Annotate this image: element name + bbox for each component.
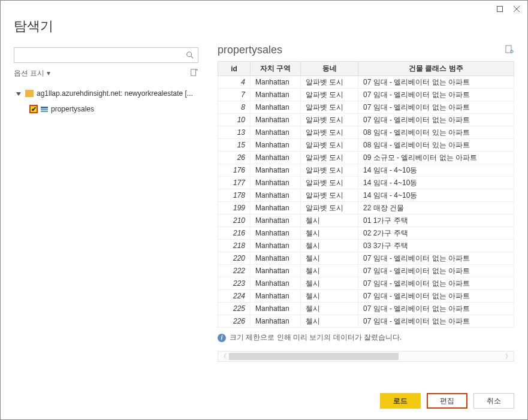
cell-id: 222 <box>218 265 251 277</box>
cell-id: 225 <box>218 303 251 315</box>
cell-bor: Manhattan <box>251 265 301 277</box>
navigator-panel: 옵션 표시 ▾ ag1llap.azurehdinsight.net: newy… <box>14 43 198 379</box>
horizontal-scrollbar[interactable]: 〈 〉 <box>218 351 514 362</box>
cell-cls: 03 3가구 주택 <box>358 240 514 252</box>
tree-table-node[interactable]: ✔ propertysales <box>14 101 198 117</box>
table-row[interactable]: 15Manhattan알파벳 도시08 임대 - 엘리베이터 있는 아파트 <box>218 139 514 152</box>
cell-bor: Manhattan <box>251 252 301 265</box>
table-row[interactable]: 13Manhattan알파벳 도시08 임대 - 엘리베이터 있는 아파트 <box>218 126 514 139</box>
table-row[interactable]: 177Manhattan알파벳 도시14 임대 - 4~10동 <box>218 177 514 189</box>
table-row[interactable]: 224Manhattan첼시07 임대 - 엘리베이터 없는 아파트 <box>218 290 514 303</box>
cell-id: 210 <box>218 214 251 227</box>
info-icon: i <box>218 334 226 342</box>
cell-hood: 알파벳 도시 <box>301 126 358 139</box>
cell-cls: 08 임대 - 엘리베이터 있는 아파트 <box>358 126 514 139</box>
cell-hood: 알파벳 도시 <box>301 139 358 152</box>
cell-cls: 07 임대 - 엘리베이터 없는 아파트 <box>358 265 514 277</box>
dialog-footer: 로드 편집 취소 <box>1 385 527 419</box>
cell-id: 4 <box>218 76 251 89</box>
cell-hood: 알파벳 도시 <box>301 76 358 89</box>
cell-cls: 07 임대 - 엘리베이터 없는 아파트 <box>358 101 514 114</box>
cell-id: 199 <box>218 202 251 214</box>
col-neighborhood[interactable]: 동네 <box>301 62 358 76</box>
cell-bor: Manhattan <box>251 227 301 240</box>
cell-bor: Manhattan <box>251 126 301 139</box>
cell-hood: 첼시 <box>301 265 358 277</box>
collapse-icon <box>16 90 22 96</box>
table-row[interactable]: 222Manhattan첼시07 임대 - 엘리베이터 없는 아파트 <box>218 265 514 277</box>
cell-bor: Manhattan <box>251 114 301 126</box>
cell-id: 7 <box>218 89 251 101</box>
dialog-header: 탐색기 <box>1 17 527 43</box>
tree-datasource-node[interactable]: ag1llap.azurehdinsight.net: newyorkreale… <box>14 86 198 101</box>
table-row[interactable]: 10Manhattan알파벳 도시07 임대 - 엘리베이터 없는 아파트 <box>218 114 514 126</box>
table-row[interactable]: 210Manhattan첼시01 1가구 주택 <box>218 214 514 227</box>
cell-id: 178 <box>218 189 251 202</box>
cell-bor: Manhattan <box>251 139 301 152</box>
search-input-wrap <box>14 47 198 63</box>
scroll-thumb[interactable] <box>229 353 399 360</box>
table-header-row: id 자치 구역 동네 건물 클래스 범주 <box>218 62 514 76</box>
cell-hood: 첼시 <box>301 227 358 240</box>
sheet-refresh-icon[interactable] <box>505 44 514 56</box>
cell-hood: 첼시 <box>301 240 358 252</box>
tree-table-label: propertysales <box>51 105 94 113</box>
cell-id: 13 <box>218 126 251 139</box>
table-row[interactable]: 178Manhattan알파벳 도시14 임대 - 4~10동 <box>218 189 514 202</box>
cell-bor: Manhattan <box>251 214 301 227</box>
table-icon <box>41 107 48 112</box>
table-row[interactable]: 26Manhattan알파벳 도시09 소규모 - 엘리베이터 없는 아파트 <box>218 152 514 164</box>
cell-cls: 14 임대 - 4~10동 <box>358 189 514 202</box>
search-input[interactable] <box>14 48 182 62</box>
table-row[interactable]: 225Manhattan첼시07 임대 - 엘리베이터 없는 아파트 <box>218 303 514 315</box>
cell-id: 226 <box>218 315 251 328</box>
display-options-toggle[interactable]: 옵션 표시 ▾ <box>14 68 50 78</box>
col-borough[interactable]: 자치 구역 <box>251 62 301 76</box>
cell-id: 15 <box>218 139 251 152</box>
refresh-icon[interactable] <box>190 68 198 78</box>
load-button[interactable]: 로드 <box>380 393 421 409</box>
scroll-right-icon[interactable]: 〉 <box>503 352 514 361</box>
cell-id: 223 <box>218 277 251 290</box>
table-row[interactable]: 199Manhattan알파벳 도시22 매장 건물 <box>218 202 514 214</box>
table-row[interactable]: 4Manhattan알파벳 도시07 임대 - 엘리베이터 없는 아파트 <box>218 76 514 89</box>
preview-table-wrap: id 자치 구역 동네 건물 클래스 범주 4Manhattan알파벳 도시07… <box>218 61 514 379</box>
preview-header: propertysales <box>218 43 514 61</box>
cell-id: 216 <box>218 227 251 240</box>
cell-hood: 알파벳 도시 <box>301 89 358 101</box>
preview-table: id 자치 구역 동네 건물 클래스 범주 4Manhattan알파벳 도시07… <box>218 61 514 328</box>
cell-cls: 07 임대 - 엘리베이터 없는 아파트 <box>358 114 514 126</box>
preview-table-body: 4Manhattan알파벳 도시07 임대 - 엘리베이터 없는 아파트7Man… <box>218 76 514 328</box>
table-checkbox[interactable]: ✔ <box>29 105 38 113</box>
cell-hood: 알파벳 도시 <box>301 202 358 214</box>
col-building-class[interactable]: 건물 클래스 범주 <box>358 62 514 76</box>
cell-id: 224 <box>218 290 251 303</box>
table-row[interactable]: 218Manhattan첼시03 3가구 주택 <box>218 240 514 252</box>
search-icon[interactable] <box>182 48 198 62</box>
cell-cls: 07 임대 - 엘리베이터 없는 아파트 <box>358 303 514 315</box>
cell-hood: 첼시 <box>301 252 358 265</box>
col-id[interactable]: id <box>218 62 251 76</box>
table-row[interactable]: 220Manhattan첼시07 임대 - 엘리베이터 없는 아파트 <box>218 252 514 265</box>
table-row[interactable]: 226Manhattan첼시07 임대 - 엘리베이터 없는 아파트 <box>218 315 514 328</box>
cell-cls: 07 임대 - 엘리베이터 없는 아파트 <box>358 290 514 303</box>
close-button[interactable] <box>508 2 525 16</box>
table-row[interactable]: 176Manhattan알파벳 도시14 임대 - 4~10동 <box>218 164 514 177</box>
folder-icon <box>25 90 34 97</box>
cell-bor: Manhattan <box>251 202 301 214</box>
table-row[interactable]: 8Manhattan알파벳 도시07 임대 - 엘리베이터 없는 아파트 <box>218 101 514 114</box>
scroll-track[interactable] <box>229 352 503 361</box>
scroll-left-icon[interactable]: 〈 <box>218 352 229 361</box>
cell-hood: 알파벳 도시 <box>301 152 358 164</box>
cancel-button[interactable]: 취소 <box>473 393 514 409</box>
cell-bor: Manhattan <box>251 189 301 202</box>
cell-bor: Manhattan <box>251 152 301 164</box>
table-row[interactable]: 223Manhattan첼시07 임대 - 엘리베이터 없는 아파트 <box>218 277 514 290</box>
cell-cls: 14 임대 - 4~10동 <box>358 177 514 189</box>
table-row[interactable]: 216Manhattan첼시02 2가구 주택 <box>218 227 514 240</box>
table-row[interactable]: 7Manhattan알파벳 도시07 임대 - 엘리베이터 없는 아파트 <box>218 89 514 101</box>
edit-button[interactable]: 편집 <box>427 393 467 409</box>
cell-hood: 알파벳 도시 <box>301 164 358 177</box>
main-content: 옵션 표시 ▾ ag1llap.azurehdinsight.net: newy… <box>1 43 527 385</box>
maximize-button[interactable] <box>491 2 508 16</box>
